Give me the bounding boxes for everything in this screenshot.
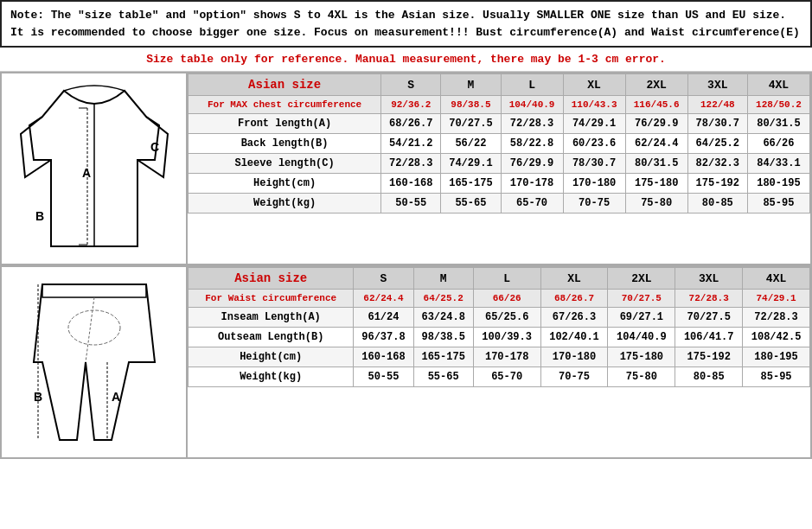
row-label: Height(cm) [189,347,354,367]
pants-svg: A B [16,276,172,449]
bottom-asian-size-label: Asian size [189,268,354,290]
cell-value: 64/25.2 [687,134,747,154]
cell-value: 84/33.1 [747,154,809,174]
row-label: Sleeve length(C) [189,154,381,174]
cell-value: 82/32.3 [687,154,747,174]
cell-value: 175-192 [675,347,743,367]
cell-value: 56/22 [441,134,501,154]
cell-value: 80/31.5 [747,114,809,134]
row-label: Outseam Length(B) [189,328,354,347]
cell-value: 68/26.7 [540,290,608,308]
cell-value: 66/26 [747,134,809,154]
cell-value: 74/29.1 [563,114,625,134]
top-size-s: S [381,74,441,96]
cell-value: 75-80 [608,367,675,387]
cell-value: 64/25.2 [413,290,473,308]
top-size-xl: XL [563,74,625,96]
cell-value: 70/27.5 [608,290,675,308]
top-header-row: Asian size S M L XL 2XL 3XL 4XL [189,74,810,96]
jacket-diagram: A B C [2,73,188,264]
cell-value: 104/40.9 [501,96,563,114]
cell-value: 85-95 [743,367,810,387]
cell-value: 74/29.1 [743,290,810,308]
cell-value: 76/29.9 [625,114,687,134]
row-label: Weight(kg) [189,194,381,214]
cell-value: 160-168 [381,174,441,194]
row-label: For MAX chest circumference [189,96,381,114]
row-label: For Waist circumference [189,290,354,308]
top-size-2xl: 2XL [625,74,687,96]
svg-line-9 [86,297,94,362]
cell-value: 66/26 [473,290,540,308]
cell-value: 175-192 [687,174,747,194]
cell-value: 170-178 [501,174,563,194]
cell-value: 50-55 [354,367,413,387]
cell-value: 63/24.8 [413,308,473,328]
pants-diagram: A B [2,267,188,457]
table-row: Inseam Length(A)61/2463/24.865/25.667/26… [189,308,810,328]
cell-value: 69/27.1 [608,308,675,328]
cell-value: 170-178 [473,347,540,367]
bottom-size-4xl: 4XL [743,268,810,290]
cell-value: 78/30.7 [687,114,747,134]
top-size-3xl: 3XL [687,74,747,96]
table-row: Outseam Length(B)96/37.898/38.5100/39.31… [189,328,810,347]
cell-value: 55-65 [441,194,501,214]
top-size-l: L [501,74,563,96]
cell-value: 62/24.4 [354,290,413,308]
row-label: Back length(B) [189,134,381,154]
table-row: For Waist circumference62/24.464/25.266/… [189,290,810,308]
cell-value: 76/29.9 [501,154,563,174]
cell-value: 98/38.5 [441,96,501,114]
table-row: Sleeve length(C)72/28.374/29.176/29.978/… [189,154,810,174]
cell-value: 110/43.3 [563,96,625,114]
cell-value: 116/45.6 [625,96,687,114]
row-label: Weight(kg) [189,367,354,387]
cell-value: 128/50.2 [747,96,809,114]
ref-note-text: Size table only for reference. Manual me… [146,53,666,66]
cell-value: 170-180 [563,174,625,194]
table-row: Weight(kg)50-5555-6565-7070-7575-8080-85… [189,194,810,214]
bottom-size-xl: XL [540,268,608,290]
cell-value: 72/28.3 [381,154,441,174]
cell-value: 68/26.7 [381,114,441,134]
bottom-size-s: S [354,268,413,290]
svg-text:B: B [35,209,44,223]
table-row: Height(cm)160-168165-175170-178170-18017… [189,174,810,194]
ref-note: Size table only for reference. Manual me… [0,48,812,72]
cell-value: 61/24 [354,308,413,328]
top-asian-size-label: Asian size [189,74,381,96]
bottom-header-row: Asian size S M L XL 2XL 3XL 4XL [189,268,810,290]
row-label: Height(cm) [189,174,381,194]
cell-value: 65/25.6 [473,308,540,328]
cell-value: 108/42.5 [743,328,810,347]
cell-value: 104/40.9 [608,328,675,347]
cell-value: 72/28.3 [743,308,810,328]
cell-value: 72/28.3 [675,290,743,308]
cell-value: 165-175 [413,347,473,367]
svg-text:A: A [112,390,120,404]
svg-text:A: A [82,166,91,180]
cell-value: 70-75 [563,194,625,214]
bottom-table-section: Asian size S M L XL 2XL 3XL 4XL For Wais… [188,267,810,457]
note-section: Note: The "size table" and "option" show… [0,0,812,48]
cell-value: 102/40.1 [540,328,608,347]
table-row: Height(cm)160-168165-175170-178170-18017… [189,347,810,367]
cell-value: 58/22.8 [501,134,563,154]
row-label: Inseam Length(A) [189,308,354,328]
cell-value: 100/39.3 [473,328,540,347]
cell-value: 65-70 [473,367,540,387]
top-table-container: A B C Asian size S M L XL 2XL 3XL [0,72,812,265]
row-label: Front length(A) [189,114,381,134]
cell-value: 160-168 [354,347,413,367]
svg-rect-7 [42,284,146,297]
bottom-size-l: L [473,268,540,290]
bottom-size-3xl: 3XL [675,268,743,290]
cell-value: 92/36.2 [381,96,441,114]
cell-value: 55-65 [413,367,473,387]
table-row: Front length(A)68/26.770/27.572/28.374/2… [189,114,810,134]
cell-value: 60/23.6 [563,134,625,154]
cell-value: 78/30.7 [563,154,625,174]
cell-value: 122/48 [687,96,747,114]
table-row: Back length(B)54/21.256/2258/22.860/23.6… [189,134,810,154]
